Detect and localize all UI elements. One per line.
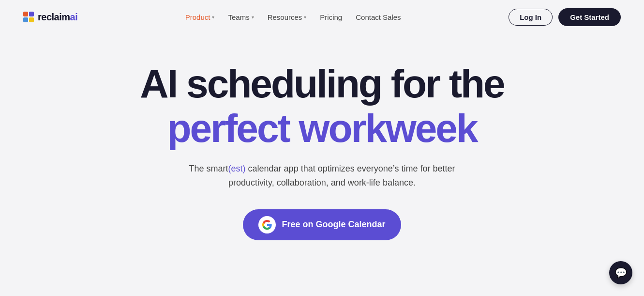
nav-item-resources: Resources ▾ xyxy=(262,10,313,24)
logo-sq-blue xyxy=(23,17,28,22)
nav-link-teams[interactable]: Teams ▾ xyxy=(222,10,259,24)
google-icon-wrapper xyxy=(258,216,276,234)
google-cta-button[interactable]: Free on Google Calendar xyxy=(243,209,401,240)
nav-resources-label: Resources xyxy=(268,13,302,21)
logo-sq-yellow xyxy=(29,17,34,22)
teams-chevron-icon: ▾ xyxy=(252,15,254,20)
chat-bubble-button[interactable]: 💬 xyxy=(609,261,632,284)
hero-subtitle: The smart(est) calendar app that optimiz… xyxy=(187,162,458,190)
hero-title-line1: AI scheduling for the xyxy=(140,63,504,105)
nav-link-contact[interactable]: Contact Sales xyxy=(350,10,406,24)
nav-actions: Log In Get Started xyxy=(509,8,621,26)
logo-sq-purple xyxy=(29,12,34,16)
nav-item-teams: Teams ▾ xyxy=(222,10,259,24)
nav-item-product: Product ▾ xyxy=(180,10,221,24)
nav-link-resources[interactable]: Resources ▾ xyxy=(262,10,313,24)
get-started-button[interactable]: Get Started xyxy=(558,8,621,26)
nav-pricing-label: Pricing xyxy=(320,13,342,21)
logo-text: reclaimai xyxy=(38,12,77,23)
nav-item-pricing: Pricing xyxy=(314,10,348,24)
subtitle-before: The smart xyxy=(189,164,228,173)
subtitle-after: calendar app that optimizes everyone’s t… xyxy=(228,164,455,187)
nav-link-product[interactable]: Product ▾ xyxy=(180,10,221,24)
logo-reclaim: reclaim xyxy=(38,12,70,22)
logo-ai: ai xyxy=(70,12,78,22)
nav-product-label: Product xyxy=(185,13,210,21)
login-button[interactable]: Log In xyxy=(509,9,553,26)
logo-link[interactable]: reclaimai xyxy=(23,12,77,23)
logo-icon xyxy=(23,12,34,22)
resources-chevron-icon: ▾ xyxy=(304,15,306,20)
nav-contact-label: Contact Sales xyxy=(356,13,401,21)
chat-bubble-icon: 💬 xyxy=(615,267,627,279)
hero-title-line2: perfect workweek xyxy=(167,107,477,150)
nav-item-contact: Contact Sales xyxy=(350,10,406,24)
hero-section: AI scheduling for the perfect workweek T… xyxy=(0,34,644,260)
google-cta-label: Free on Google Calendar xyxy=(282,219,385,230)
subtitle-highlight: (est) xyxy=(228,164,246,173)
nav-links: Product ▾ Teams ▾ Resources ▾ Pricing Co… xyxy=(180,10,407,24)
product-chevron-icon: ▾ xyxy=(212,15,214,20)
nav-link-pricing[interactable]: Pricing xyxy=(314,10,348,24)
navbar: reclaimai Product ▾ Teams ▾ Resources ▾ … xyxy=(0,0,644,34)
nav-teams-label: Teams xyxy=(228,13,249,21)
logo-sq-orange xyxy=(23,12,28,16)
google-g-icon xyxy=(262,219,272,230)
